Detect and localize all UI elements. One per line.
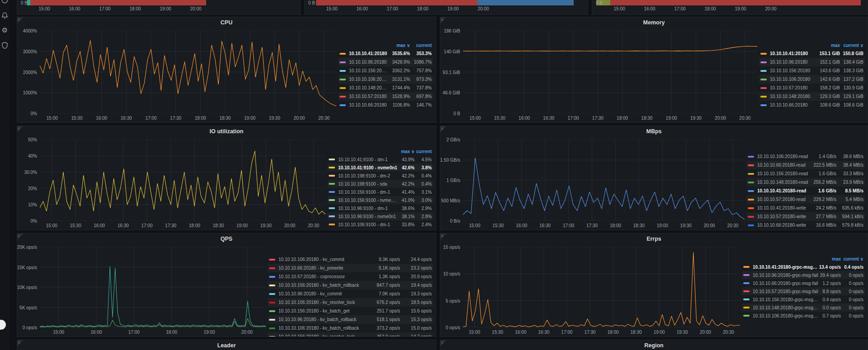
legend-sort-max[interactable]: max bbox=[816, 43, 840, 48]
legend-item[interactable]: 10.10.10.66:20180 - kv_prewrite5.1K ops/… bbox=[268, 264, 433, 272]
legend-item[interactable]: 10.10.10.156:20180 - kv_batch_rollback84… bbox=[268, 281, 433, 289]
legend-item[interactable]: 10.10.10.156:20180-grpc-msg-fail0.4 ops/… bbox=[742, 295, 865, 303]
series-color-marker bbox=[748, 190, 754, 192]
shield-icon[interactable] bbox=[1, 42, 9, 49]
x-axis: 15:0015:3016:0016:3017:0017:3018:0018:30… bbox=[40, 221, 326, 230]
legend-sort-max[interactable]: max ∨ bbox=[388, 43, 410, 48]
x-axis-label: 17:00 bbox=[561, 330, 572, 335]
memory-chart[interactable] bbox=[463, 31, 757, 113]
y-axis-label: 0 ops/s bbox=[23, 325, 37, 330]
legend-item[interactable]: 10.10.10.41:201803535.6%353.3% bbox=[338, 49, 433, 58]
legend-item[interactable]: 10.10.10.96:9100 - nvme0n138.1%2.8% bbox=[327, 212, 433, 220]
y-axis-label: 1 GB/s bbox=[446, 178, 460, 183]
mbps-chart[interactable] bbox=[463, 140, 745, 221]
legend-series-label: 10.10.10.57:20180 bbox=[770, 85, 816, 90]
grafana-dashboard: ⚙ 15:0016:0017:0018:0019:0020:00 0 B 15:… bbox=[0, 0, 868, 350]
panel-title[interactable]: QPS bbox=[17, 233, 436, 244]
legend-item[interactable]: 10.10.10.96:20180 - kv_commit7.0K ops/s1… bbox=[268, 289, 433, 298]
bell-icon[interactable] bbox=[1, 12, 9, 19]
legend-item[interactable]: 10.10.10.57:20180158.2 GiB130.9 GiB bbox=[759, 84, 865, 92]
x-axis-label: 19:00 bbox=[735, 6, 746, 11]
legend-item[interactable]: 10.10.10.106:20180142.6 GiB137.2 GiB bbox=[759, 75, 865, 84]
panel-title[interactable]: CPU bbox=[17, 17, 436, 28]
legend-item[interactable]: 10.10.10.106:20180 - kv_resolve_lock676.… bbox=[268, 298, 433, 307]
legend-item[interactable]: 10.10.10.148:201801744.4%737.8% bbox=[338, 84, 433, 92]
legend-item[interactable]: 10.10.10.57:20180-read229.2 MB/s5.4 MB/s bbox=[746, 195, 865, 204]
legend-series-label: 10.10.10.156:9100 - nvme0n1 bbox=[338, 198, 397, 203]
cpu-chart[interactable] bbox=[40, 31, 336, 113]
legend-current-value: 108.6 GiB bbox=[840, 103, 863, 107]
qps-chart[interactable] bbox=[40, 247, 266, 327]
legend-item[interactable]: 10.10.10.106:201803131.1%873.3% bbox=[338, 75, 433, 84]
legend-item[interactable]: 10.10.10.148:20180129.3 GiB129.1 GiB bbox=[759, 92, 865, 101]
legend-sort-max[interactable]: max ∨ bbox=[397, 149, 415, 154]
panel-title[interactable]: IO utilization bbox=[17, 126, 436, 137]
panel-title[interactable]: Errps bbox=[440, 233, 868, 244]
legend-item[interactable]: 10.10.10.41:20180-read1.6 GB/s8.5 MB/s bbox=[746, 187, 865, 195]
x-axis-label: 15:00 bbox=[38, 6, 50, 11]
legend-item[interactable]: 10.10.10.106:20180-grpc-msg-fail0.7 ops/… bbox=[742, 312, 865, 320]
legend-item[interactable]: 10.10.10.57:20180-grpc-msg-fail8.8 ops/s… bbox=[742, 287, 865, 295]
legend-item[interactable]: 10.10.10.96:20180-grpc-msg-fail39.4 ops/… bbox=[742, 271, 865, 279]
legend-item[interactable]: 10.10.10.156:9100 - dm-141.4%3.1% bbox=[327, 188, 433, 196]
legend-item[interactable]: 10.10.10.66:201801106.8%146.7% bbox=[338, 101, 433, 109]
legend-item[interactable]: 10.10.10.106:20180 - kv_batch_rollback37… bbox=[268, 324, 433, 332]
series-color-marker bbox=[760, 53, 767, 55]
legend-sort-current[interactable]: current bbox=[415, 149, 432, 154]
legend-sort-current[interactable]: current ∨ bbox=[840, 43, 863, 48]
legend-item[interactable]: 10.10.10.41:20180-write24.2 MB/s635.6 kB… bbox=[746, 204, 865, 212]
panel-title[interactable]: Region bbox=[440, 340, 868, 350]
legend-item[interactable]: 10.10.10.57:20180-write27.7 MB/s594.1 kB… bbox=[746, 212, 865, 221]
strip-zero-label: 0 B bbox=[21, 0, 28, 5]
legend-item[interactable]: 10.10.10.66:20180-write16.6 MB/s579.8 kB… bbox=[746, 221, 865, 229]
errps-chart[interactable] bbox=[463, 247, 740, 327]
legend-item[interactable]: 10.10.10.66:20180108.6 GiB108.6 GiB bbox=[759, 101, 865, 109]
legend-item[interactable]: 10.10.10.198:9100 - sda42.2%0.4% bbox=[327, 180, 433, 188]
legend-item[interactable]: 10.10.10.148:20180-grpc-msg-fail0.0 ops/… bbox=[742, 303, 865, 312]
x-axis-label: 20:30 bbox=[739, 116, 750, 121]
legend-sort-current[interactable]: current bbox=[410, 43, 432, 48]
legend-item[interactable]: 10.10.10.106:9100 - dm-133.8%2.4% bbox=[327, 220, 433, 229]
legend-series-label: 10.10.10.156:20180 - kv_batch_get bbox=[278, 308, 368, 313]
legend-max-value: 158.2 GiB bbox=[816, 85, 840, 90]
legend-item[interactable]: 10.10.10.106:20180-read1.4 GB/s38.6 MB/s bbox=[746, 152, 865, 161]
gear-icon[interactable]: ⚙ bbox=[1, 26, 9, 34]
legend-item[interactable]: 10.10.10.156:20180143.6 GiB138.3 GiB bbox=[759, 66, 865, 75]
legend-item[interactable]: 10.10.10.198:9100 - dm-242.2%0.4% bbox=[327, 172, 433, 180]
legend-item[interactable]: 10.10.10.96:201803428.9%1086.7% bbox=[338, 58, 433, 66]
legend-current-value: 15.6 ops/s bbox=[400, 308, 432, 313]
legend-sort-max[interactable]: max bbox=[818, 257, 841, 261]
legend-item[interactable]: 10.10.10.156:201803362.2%757.8% bbox=[338, 66, 433, 75]
legend-item[interactable]: 10.10.10.156:20180 - kv_batch_get251.7 o… bbox=[268, 307, 433, 315]
legend-current-value: 146.7% bbox=[410, 103, 432, 107]
series-color-marker bbox=[743, 307, 750, 308]
legend-item[interactable]: 10.10.10.106:20180 - kv_commit9.3K ops/s… bbox=[268, 255, 433, 264]
legend-item[interactable]: 10.10.10.66:20180-read222.5 MB/s38.4 MB/… bbox=[746, 161, 865, 169]
legend-item[interactable]: 10.10.10.41:20180153.1 GiB150.8 GiB bbox=[759, 49, 865, 58]
legend-max-value: 1.2 ops/s bbox=[818, 281, 841, 286]
series-color-marker bbox=[269, 276, 275, 278]
y-axis: 4000%3000%2000%1000%0% bbox=[17, 31, 40, 113]
legend-item[interactable]: 10.10.10.96:20180152.1 GiB138.4 GiB bbox=[759, 58, 865, 66]
legend-item[interactable]: 10.10.10.41:20180-grpc-msg-fail13.4 ops/… bbox=[742, 263, 865, 271]
legend-item[interactable]: 10.10.10.41:9100 - dm-143.9%4.5% bbox=[327, 155, 433, 163]
io-chart[interactable] bbox=[40, 140, 326, 221]
legend-item[interactable]: 10.10.10.156:20180 - kv_resolve_lock452.… bbox=[268, 332, 433, 336]
legend-item[interactable]: 10.10.10.96:9100 - dm-138.6%2.9% bbox=[327, 204, 433, 212]
legend-item[interactable]: 10.10.10.96:20180 - kv_batch_rollback518… bbox=[268, 315, 433, 324]
legend-current-value: 3.1% bbox=[415, 190, 432, 195]
apps-icon[interactable] bbox=[1, 0, 9, 4]
legend-item[interactable]: 10.10.10.156:20180-read1.6 GB/s33.3 MB/s bbox=[746, 169, 865, 178]
legend-item[interactable]: 10.10.10.57:201801528.9%697.8% bbox=[338, 92, 433, 101]
x-axis-label: 15:00 bbox=[469, 223, 480, 228]
panel-title[interactable]: MBps bbox=[440, 126, 868, 137]
panel-title[interactable]: Memory bbox=[440, 17, 868, 28]
legend-item[interactable]: 10.10.10.156:9100 - nvme0n141.0%3.0% bbox=[327, 196, 433, 204]
legend-item[interactable]: 10.10.10.57:20180 - coprocessor1.3K ops/… bbox=[268, 272, 433, 281]
panel-title[interactable]: Leader bbox=[17, 340, 436, 350]
legend-sort-current[interactable]: current ∨ bbox=[841, 257, 863, 261]
legend-item[interactable]: 10.10.10.41:9100 - nvme0n142.6%3.8% bbox=[327, 163, 433, 172]
legend-item[interactable]: 10.10.10.148:20180-read255.2 MB/s23.9 MB… bbox=[746, 178, 865, 187]
legend-item[interactable]: 10.10.10.66:20180-grpc-msg-fail1.2 ops/s… bbox=[742, 279, 865, 287]
legend: max ∨current10.10.10.41:9100 - dm-143.9%… bbox=[327, 137, 436, 230]
